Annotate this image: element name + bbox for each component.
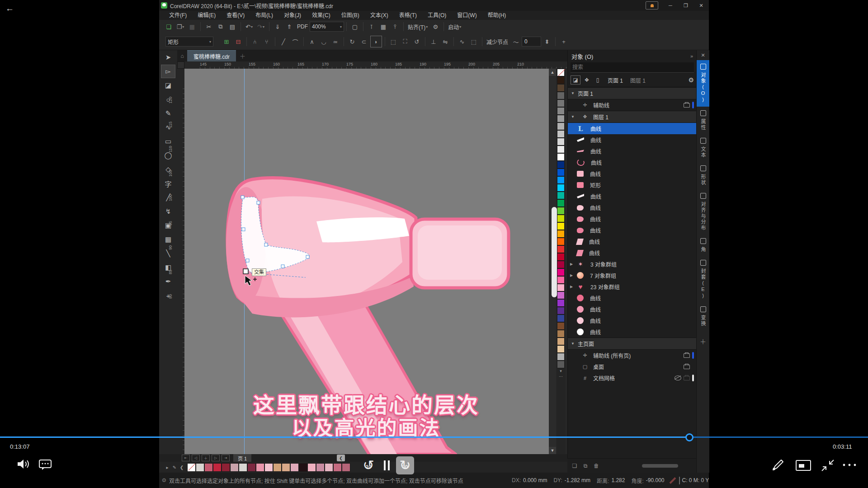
search-box[interactable] bbox=[571, 62, 694, 73]
toolbox-tool[interactable]: ↯ bbox=[161, 205, 175, 218]
maximize-button[interactable]: ❐ bbox=[678, 0, 693, 11]
object-row[interactable]: ▶ 3 对象群组 bbox=[568, 258, 697, 270]
color-swatch[interactable] bbox=[557, 299, 565, 307]
tree-desktop-row[interactable]: ▢ 桌面 bbox=[568, 361, 697, 372]
printable-icon[interactable] bbox=[684, 376, 690, 380]
color-swatch[interactable] bbox=[557, 345, 565, 353]
select-all-nodes-icon[interactable]: ⬚ bbox=[468, 36, 479, 47]
docker-tab[interactable]: 角 bbox=[697, 235, 709, 256]
add-docker-icon[interactable]: ＋ bbox=[697, 337, 709, 346]
color-swatch[interactable] bbox=[557, 92, 565, 99]
scroll-up-icon[interactable]: ▲ bbox=[549, 69, 556, 76]
stretch-nodes-icon[interactable]: ⛶ bbox=[400, 36, 410, 47]
seek-handle[interactable] bbox=[685, 433, 693, 441]
document-color-swatch[interactable] bbox=[264, 463, 273, 472]
document-color-swatch[interactable] bbox=[247, 463, 256, 472]
object-row[interactable]: ▶ 曲线 bbox=[568, 168, 697, 179]
reverse-direction-icon[interactable]: ↻ bbox=[347, 36, 358, 47]
toolbox-tool[interactable]: ▻ bbox=[161, 65, 175, 78]
ruler-origin[interactable] bbox=[177, 61, 184, 69]
no-color-swatch[interactable] bbox=[187, 463, 196, 472]
prev-page-icon[interactable]: ◁ bbox=[192, 455, 200, 461]
object-row[interactable]: ▶ 曲线 bbox=[568, 157, 697, 168]
cut-icon[interactable]: ✂ bbox=[203, 22, 214, 32]
rewind-10-button[interactable]: ↺10 bbox=[359, 456, 377, 474]
more-options-icon[interactable] bbox=[842, 463, 857, 467]
break-curve-icon[interactable]: ⑂ bbox=[261, 36, 272, 47]
color-swatch[interactable] bbox=[557, 261, 565, 268]
exit-fullscreen-icon[interactable] bbox=[821, 459, 835, 472]
object-row[interactable]: ▶ 曲线 bbox=[568, 304, 697, 315]
object-row[interactable]: ▶ 曲线 bbox=[568, 247, 697, 258]
tree-grid-row[interactable]: # 文档网格 bbox=[568, 372, 697, 384]
new-layer-icon[interactable]: ❏ bbox=[570, 462, 579, 470]
join-nodes-icon[interactable]: ⑃ bbox=[250, 36, 260, 47]
volume-icon[interactable] bbox=[16, 458, 30, 470]
no-color-swatch[interactable] bbox=[557, 69, 565, 76]
zoom-level-combo[interactable]: 400%▾ bbox=[310, 22, 344, 32]
document-color-swatch[interactable] bbox=[239, 463, 247, 472]
object-row[interactable]: ▶ 曲线 bbox=[568, 145, 697, 157]
document-color-swatch[interactable] bbox=[290, 463, 299, 472]
color-swatch[interactable] bbox=[557, 76, 565, 84]
menu-item[interactable]: 窗口(W) bbox=[452, 11, 482, 20]
object-row[interactable]: ▶ 曲线 bbox=[568, 134, 697, 145]
menu-item[interactable]: 工具(O) bbox=[422, 11, 452, 20]
export-icon[interactable]: ⇑ bbox=[284, 22, 295, 32]
current-page-label[interactable]: 页面 1 bbox=[608, 76, 623, 84]
scrollbar-thumb[interactable] bbox=[552, 207, 557, 297]
snap-to-menu[interactable]: 贴齐(T)▾ bbox=[406, 23, 429, 31]
outline-color-swatch[interactable] bbox=[679, 477, 680, 484]
pages-view-icon[interactable]: ▯ bbox=[593, 76, 602, 84]
tree-master-header[interactable]: ▼ 主页面 bbox=[568, 338, 697, 350]
import-icon[interactable]: ⇓ bbox=[272, 22, 283, 32]
color-swatch[interactable] bbox=[557, 307, 565, 314]
menu-item[interactable]: 文件(F) bbox=[164, 11, 192, 20]
color-swatch[interactable] bbox=[557, 230, 565, 238]
color-swatch[interactable] bbox=[557, 238, 565, 245]
show-grid-icon[interactable]: ▦ bbox=[378, 22, 389, 32]
document-color-swatch[interactable] bbox=[256, 463, 264, 472]
close-button[interactable]: ✕ bbox=[693, 0, 709, 11]
layer-color-bar[interactable] bbox=[692, 352, 694, 359]
user-account-icon[interactable] bbox=[646, 1, 658, 9]
add-node-icon[interactable]: ⊞ bbox=[221, 36, 232, 47]
docker-tab[interactable]: 变换 bbox=[697, 303, 709, 330]
next-page-icon[interactable]: ▷ bbox=[212, 455, 220, 461]
document-color-swatch[interactable] bbox=[273, 463, 282, 472]
delete-layer-icon[interactable]: 🗑 bbox=[592, 462, 601, 470]
smoothness-stepper[interactable]: ⬍ bbox=[542, 36, 552, 47]
tree-master-guides-row[interactable]: ✛ 辅助线 (所有页) bbox=[568, 350, 697, 361]
color-swatch[interactable] bbox=[557, 253, 565, 261]
object-row[interactable]: ▶ 曲线 bbox=[568, 202, 697, 213]
color-swatch[interactable] bbox=[557, 192, 565, 199]
launch-menu[interactable]: 启动▾ bbox=[446, 23, 463, 31]
document-color-swatch[interactable] bbox=[222, 463, 230, 472]
object-row[interactable]: ▶ 曲线 bbox=[568, 236, 697, 247]
collapse-icon[interactable]: ▼ bbox=[568, 91, 578, 95]
fill-indicator-icon[interactable] bbox=[669, 477, 676, 484]
docker-tab[interactable]: 对象(O) bbox=[697, 60, 709, 107]
document-color-swatch[interactable] bbox=[204, 463, 213, 472]
color-swatch[interactable] bbox=[557, 314, 565, 322]
reflect-nodes-icon[interactable]: ⇋ bbox=[440, 36, 451, 47]
annotate-pencil-icon[interactable] bbox=[771, 458, 785, 472]
object-row[interactable]: ▶ 7 对象群组 bbox=[568, 270, 697, 281]
extract-subpath-icon[interactable]: ⬚ bbox=[388, 36, 399, 47]
toolbox-tool[interactable]: 字 bbox=[161, 177, 175, 190]
document-tab[interactable]: 蜜桃棒棒糖.cdr bbox=[187, 50, 236, 62]
object-row[interactable]: ▶ 矩形 bbox=[568, 179, 697, 191]
docpalette-scroll-left-icon[interactable]: ❮ bbox=[178, 465, 185, 470]
menu-item[interactable]: 查看(V) bbox=[221, 11, 250, 20]
document-color-swatch[interactable] bbox=[333, 463, 342, 472]
publish-pdf-icon[interactable]: PDF bbox=[295, 23, 310, 30]
object-row[interactable]: ▶ 曲线 bbox=[568, 123, 697, 134]
paste-icon[interactable]: ▤ bbox=[227, 22, 238, 32]
cusp-node-icon[interactable]: ∧ bbox=[307, 36, 317, 47]
close-curve-icon[interactable]: ◗ bbox=[370, 36, 382, 47]
docker-tab[interactable]: 文本 bbox=[697, 134, 709, 162]
color-swatch[interactable] bbox=[557, 322, 565, 330]
color-swatch[interactable] bbox=[557, 361, 565, 368]
object-row[interactable]: ▶ 23 对象群组 bbox=[568, 281, 697, 292]
document-color-swatch[interactable] bbox=[213, 463, 222, 472]
